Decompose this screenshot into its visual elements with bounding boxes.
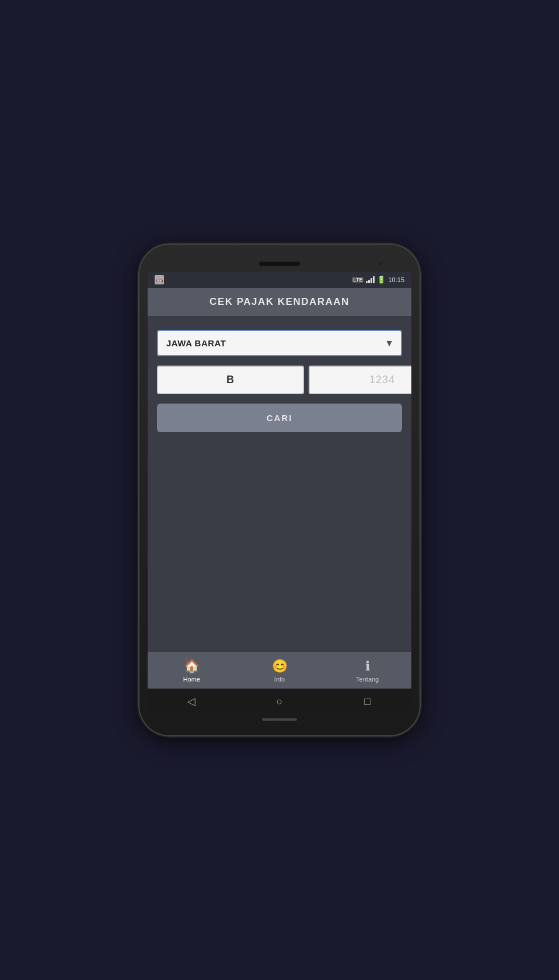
province-dropdown[interactable]: JAWA BARAT JAWA TENGAH JAWA TIMUR DKI JA… bbox=[157, 330, 402, 356]
phone-shell: LTE 🔋 10:15 CEK PAJAK KENDARAAN JAWA BAR… bbox=[139, 245, 420, 735]
status-right: LTE 🔋 10:15 bbox=[352, 276, 404, 284]
battery-icon: 🔋 bbox=[377, 276, 386, 284]
home-icon: 🏠 bbox=[184, 659, 200, 674]
clock: 10:15 bbox=[388, 276, 404, 283]
recent-apps-button[interactable]: □ bbox=[356, 693, 379, 710]
content-spacer bbox=[157, 442, 402, 645]
phone-top-area bbox=[148, 255, 411, 272]
phone-bottom-bar bbox=[148, 714, 411, 725]
nav-label-info: Info bbox=[274, 676, 285, 683]
search-button[interactable]: CARI bbox=[157, 404, 402, 432]
nav-item-tentang[interactable]: ℹ Tentang bbox=[323, 656, 411, 685]
nav-item-info[interactable]: 😊 Info bbox=[236, 656, 324, 685]
screen: LTE 🔋 10:15 CEK PAJAK KENDARAAN JAWA BAR… bbox=[148, 272, 411, 714]
plate-prefix-input[interactable] bbox=[157, 366, 304, 394]
status-left bbox=[155, 275, 164, 284]
plate-number-input[interactable] bbox=[309, 366, 411, 394]
content-area: JAWA BARAT JAWA TENGAH JAWA TIMUR DKI JA… bbox=[148, 316, 411, 652]
android-nav-bar: ◁ ○ □ bbox=[148, 689, 411, 714]
back-button[interactable]: ◁ bbox=[180, 693, 203, 710]
bottom-nav: 🏠 Home 😊 Info ℹ Tentang bbox=[148, 652, 411, 689]
province-dropdown-wrapper[interactable]: JAWA BARAT JAWA TENGAH JAWA TIMUR DKI JA… bbox=[157, 330, 402, 356]
app-title: CEK PAJAK KENDARAAN bbox=[209, 296, 350, 307]
nav-item-home[interactable]: 🏠 Home bbox=[148, 656, 236, 685]
home-button[interactable]: ○ bbox=[268, 693, 291, 710]
plate-number-row bbox=[157, 366, 402, 394]
nav-label-home: Home bbox=[183, 676, 200, 683]
front-camera bbox=[378, 260, 383, 266]
speaker bbox=[259, 262, 300, 266]
home-indicator bbox=[262, 718, 297, 721]
about-icon: ℹ bbox=[365, 659, 370, 674]
nav-label-tentang: Tentang bbox=[356, 676, 379, 683]
android-icon bbox=[155, 275, 164, 284]
status-bar: LTE 🔋 10:15 bbox=[148, 272, 411, 288]
info-smiley-icon: 😊 bbox=[272, 659, 288, 674]
app-bar: CEK PAJAK KENDARAAN bbox=[148, 288, 411, 316]
signal-icon bbox=[366, 276, 375, 283]
lte-badge: LTE bbox=[352, 277, 364, 283]
